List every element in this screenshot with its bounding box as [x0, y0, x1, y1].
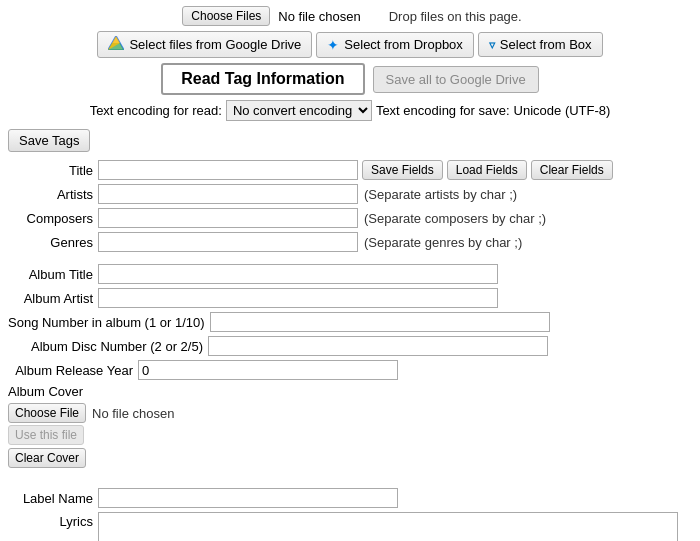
album-title-label: Album Title	[8, 267, 98, 282]
composers-label: Composers	[8, 211, 98, 226]
lyrics-label: Lyrics	[8, 512, 98, 529]
cover-no-file-label: No file chosen	[92, 406, 174, 421]
genres-note: (Separate genres by char ;)	[364, 235, 522, 250]
composers-input[interactable]	[98, 208, 358, 228]
song-number-input[interactable]	[210, 312, 550, 332]
album-cover-buttons: Choose File No file chosen	[8, 403, 692, 423]
album-title-input[interactable]	[98, 264, 498, 284]
save-tags-row: Save Tags	[8, 129, 692, 152]
artists-label: Artists	[8, 187, 98, 202]
read-tag-button[interactable]: Read Tag Information	[161, 63, 364, 95]
no-file-chosen-label: No file chosen	[278, 9, 360, 24]
artists-input[interactable]	[98, 184, 358, 204]
load-fields-button[interactable]: Load Fields	[447, 160, 527, 180]
label-name-input[interactable]	[98, 488, 398, 508]
album-cover-label-row: Album Cover	[8, 384, 692, 399]
album-disc-input[interactable]	[208, 336, 548, 356]
save-tags-button[interactable]: Save Tags	[8, 129, 90, 152]
genres-label: Genres	[8, 235, 98, 250]
choose-cover-file-button[interactable]: Choose File	[8, 403, 86, 423]
album-cover-section: Album Cover Choose File No file chosen U…	[8, 384, 692, 468]
encoding-select[interactable]: No convert encoding	[226, 100, 372, 121]
google-drive-label: Select files from Google Drive	[129, 37, 301, 52]
drop-text: Drop files on this page.	[389, 9, 522, 24]
album-artist-label: Album Artist	[8, 291, 98, 306]
dropbox-label: Select from Dropbox	[344, 37, 463, 52]
lyrics-row: Lyrics	[8, 512, 692, 541]
album-title-row: Album Title	[8, 264, 692, 284]
clear-fields-button[interactable]: Clear Fields	[531, 160, 613, 180]
artists-row: Artists (Separate artists by char ;)	[8, 184, 692, 204]
file-chooser-row: Choose Files No file chosen Drop files o…	[8, 6, 692, 26]
encoding-save-prefix: Text encoding for save:	[376, 103, 510, 118]
song-number-label: Song Number in album (1 or 1/10)	[8, 315, 210, 330]
save-all-button[interactable]: Save all to Google Drive	[373, 66, 539, 93]
choose-files-button[interactable]: Choose Files	[182, 6, 270, 26]
composers-row: Composers (Separate composers by char ;)	[8, 208, 692, 228]
box-button[interactable]: ▿ Select from Box	[478, 32, 603, 57]
title-label: Title	[8, 163, 98, 178]
genres-row: Genres (Separate genres by char ;)	[8, 232, 692, 252]
encoding-read-prefix: Text encoding for read:	[90, 103, 222, 118]
genres-input[interactable]	[98, 232, 358, 252]
title-input[interactable]	[98, 160, 358, 180]
album-release-input[interactable]	[138, 360, 398, 380]
album-disc-label: Album Disc Number (2 or 2/5)	[8, 339, 208, 354]
google-drive-button[interactable]: Select files from Google Drive	[97, 31, 312, 58]
encoding-save-value: Unicode (UTF-8)	[514, 103, 611, 118]
album-artist-input[interactable]	[98, 288, 498, 308]
use-this-file-button[interactable]: Use this file	[8, 425, 84, 445]
encoding-row: Text encoding for read: No convert encod…	[8, 100, 692, 121]
label-name-row: Label Name	[8, 488, 692, 508]
lyrics-textarea[interactable]	[98, 512, 678, 541]
composers-note: (Separate composers by char ;)	[364, 211, 546, 226]
album-cover-label: Album Cover	[8, 384, 88, 399]
album-release-row: Album Release Year	[8, 360, 692, 380]
album-release-label: Album Release Year	[8, 363, 138, 378]
title-row: Title Save Fields Load Fields Clear Fiel…	[8, 160, 692, 180]
box-label: Select from Box	[500, 37, 592, 52]
song-number-row: Song Number in album (1 or 1/10)	[8, 312, 692, 332]
artists-note: (Separate artists by char ;)	[364, 187, 517, 202]
read-tag-row: Read Tag Information Save all to Google …	[8, 63, 692, 95]
dropbox-icon: ✦	[327, 37, 339, 53]
save-fields-button[interactable]: Save Fields	[362, 160, 443, 180]
dropbox-button[interactable]: ✦ Select from Dropbox	[316, 32, 474, 58]
gdrive-icon	[108, 36, 124, 53]
box-icon: ▿	[489, 38, 495, 52]
clear-cover-button[interactable]: Clear Cover	[8, 448, 86, 468]
label-name-label: Label Name	[8, 491, 98, 506]
album-artist-row: Album Artist	[8, 288, 692, 308]
cloud-buttons-row: Select files from Google Drive ✦ Select …	[8, 31, 692, 58]
album-disc-row: Album Disc Number (2 or 2/5)	[8, 336, 692, 356]
